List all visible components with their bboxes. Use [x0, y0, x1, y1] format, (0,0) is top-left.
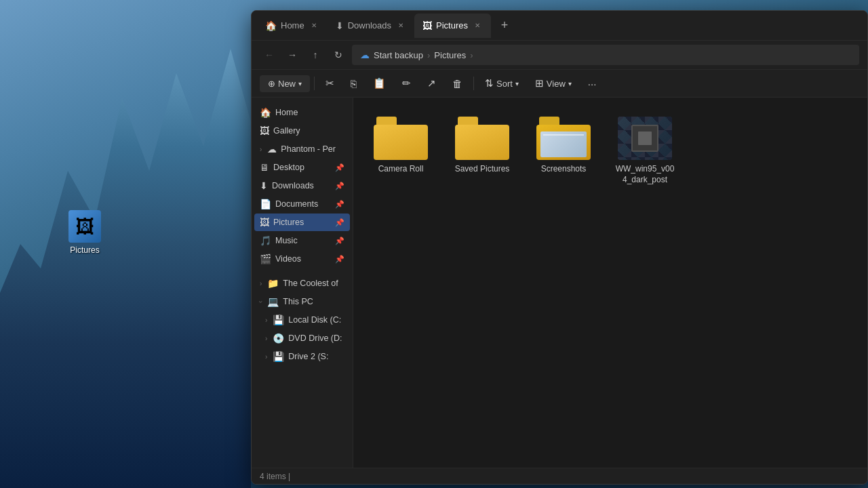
- dvddrive-sidebar-icon: 💿: [273, 333, 284, 344]
- pictures-desktop-icon[interactable]: Pictures: [58, 210, 112, 255]
- cut-icon: ✂: [326, 77, 334, 89]
- file-item-ww-win95[interactable]: WW_win95_v004_dark_post: [611, 111, 679, 190]
- sidebar-item-drive2[interactable]: › 💾 Drive 2 (S:: [254, 348, 350, 365]
- sort-label: Sort: [496, 79, 513, 89]
- sidebar-item-home[interactable]: 🏠 Home: [254, 104, 350, 121]
- refresh-icon: ↻: [334, 49, 342, 60]
- sidebar-gallery-label: Gallery: [273, 126, 300, 136]
- view-chevron-icon: ▾: [568, 80, 572, 87]
- coolest-sidebar-icon: 📁: [267, 278, 279, 289]
- music-sidebar-icon: 🎵: [260, 235, 271, 246]
- sidebar-item-desktop[interactable]: 🖥 Desktop 📌: [254, 159, 350, 176]
- copy-icon: ⎘: [351, 78, 357, 89]
- music-pin-icon: 📌: [335, 237, 344, 245]
- toolbar: ⊕ New ▾ ✂ ⎘ 📋 ✏ ↗ 🗑 ⇅ Sort ▾ ⊞: [252, 70, 867, 98]
- videos-pin-icon: 📌: [335, 255, 344, 264]
- file-item-camera-roll[interactable]: Camera Roll: [367, 111, 435, 190]
- sidebar-item-downloads[interactable]: ⬇ Downloads 📌: [254, 177, 350, 195]
- delete-button[interactable]: 🗑: [446, 75, 469, 93]
- add-tab-button[interactable]: +: [494, 15, 515, 37]
- screenshots-label: Screenshots: [541, 164, 587, 175]
- sidebar-item-pictures[interactable]: 🖼 Pictures 📌: [254, 214, 350, 231]
- desktop-sidebar-icon: 🖥: [260, 162, 269, 173]
- sidebar-item-music[interactable]: 🎵 Music 📌: [254, 232, 350, 249]
- sidebar-item-videos[interactable]: 🎬 Videos 📌: [254, 250, 350, 268]
- sidebar-item-localdisk[interactable]: › 💾 Local Disk (C:: [254, 311, 350, 329]
- copy-button[interactable]: ⎘: [344, 75, 363, 93]
- breadcrumb-sep1: ›: [427, 50, 430, 60]
- cut-button[interactable]: ✂: [319, 74, 341, 93]
- sidebar-item-thispc[interactable]: › 💻 This PC: [254, 293, 350, 310]
- home-tab-close[interactable]: ✕: [309, 20, 319, 31]
- sidebar-item-dvddrive[interactable]: › 💿 DVD Drive (D:: [254, 329, 350, 347]
- toolbar-sep-1: [314, 77, 315, 90]
- up-button[interactable]: ↑: [306, 45, 325, 64]
- saved-pictures-folder-body: [455, 125, 509, 160]
- phantom-chevron-icon: ›: [260, 146, 262, 153]
- downloads-pin-icon: 📌: [335, 182, 344, 190]
- paste-button[interactable]: 📋: [366, 74, 393, 93]
- pictures-pin-icon: 📌: [335, 218, 344, 227]
- saved-pictures-label: Saved Pictures: [455, 164, 510, 175]
- new-button[interactable]: ⊕ New ▾: [260, 75, 310, 92]
- downloads-tab-label: Downloads: [348, 20, 391, 30]
- downloads-tab-close[interactable]: ✕: [395, 20, 406, 31]
- sidebar-item-phantom[interactable]: › ☁ Phantom - Per: [254, 140, 350, 158]
- sidebar-item-coolest[interactable]: › 📁 The Coolest of: [254, 274, 350, 292]
- back-icon: ←: [264, 49, 274, 60]
- pictures-tab-icon: 🖼: [422, 20, 432, 31]
- more-icon: ···: [588, 78, 597, 89]
- sort-button[interactable]: ⇅ Sort ▾: [478, 74, 526, 93]
- more-button[interactable]: ···: [581, 75, 604, 93]
- share-button[interactable]: ↗: [420, 74, 443, 93]
- localdisk-sidebar-icon: 💾: [273, 314, 284, 325]
- tab-pictures[interactable]: 🖼 Pictures ✕: [414, 14, 491, 38]
- breadcrumb-root-icon: ☁: [360, 49, 370, 60]
- view-label: View: [547, 79, 566, 89]
- downloads-sidebar-icon: ⬇: [260, 180, 268, 191]
- drive2-chevron-icon: ›: [265, 353, 267, 361]
- rename-icon: ✏: [402, 77, 411, 89]
- downloads-tab-icon: ⬇: [336, 20, 344, 31]
- file-view: Camera Roll Saved Pictures: [353, 98, 867, 468]
- rename-button[interactable]: ✏: [395, 74, 418, 93]
- status-bar: 4 items |: [252, 468, 867, 484]
- nav-bar: ← → ↑ ↻ ☁ Start backup › Pictures ›: [252, 41, 867, 70]
- file-grid: Camera Roll Saved Pictures: [367, 111, 854, 190]
- new-icon: ⊕: [268, 79, 275, 89]
- back-button[interactable]: ←: [260, 45, 279, 64]
- sidebar-item-documents[interactable]: 📄 Documents 📌: [254, 195, 350, 213]
- home-tab-icon: 🏠: [265, 20, 277, 31]
- tab-downloads[interactable]: ⬇ Downloads ✕: [328, 14, 414, 38]
- sidebar-downloads-label: Downloads: [272, 181, 314, 190]
- forward-button[interactable]: →: [283, 45, 302, 64]
- status-text: 4 items |: [260, 472, 290, 481]
- desktop-pin-icon: 📌: [335, 163, 344, 172]
- chip-graphic: [631, 125, 658, 152]
- pictures-tab-close[interactable]: ✕: [472, 20, 483, 31]
- view-button[interactable]: ⊞ View ▾: [528, 74, 578, 93]
- sidebar-drive2-label: Drive 2 (S:: [288, 352, 328, 361]
- up-icon: ↑: [313, 49, 318, 60]
- documents-sidebar-icon: 📄: [260, 199, 271, 209]
- sidebar-item-gallery[interactable]: 🖼 Gallery: [254, 122, 350, 140]
- sidebar-coolest-label: The Coolest of: [283, 279, 338, 288]
- tab-home[interactable]: 🏠 Home ✕: [257, 14, 328, 38]
- sidebar-videos-label: Videos: [275, 254, 301, 264]
- explorer-window: 🏠 Home ✕ ⬇ Downloads ✕ 🖼 Pictures ✕ + ← …: [251, 10, 868, 485]
- pictures-sidebar-icon: 🖼: [260, 217, 269, 228]
- new-chevron-icon: ▾: [298, 80, 302, 87]
- file-item-saved-pictures[interactable]: Saved Pictures: [448, 111, 516, 190]
- pictures-tab-label: Pictures: [436, 20, 468, 30]
- camera-roll-folder-icon: [374, 117, 428, 160]
- thispc-chevron-icon: ›: [257, 300, 264, 302]
- gallery-sidebar-icon: 🖼: [260, 125, 269, 136]
- file-item-screenshots[interactable]: Screenshots: [530, 111, 597, 190]
- breadcrumb[interactable]: ☁ Start backup › Pictures ›: [352, 45, 859, 65]
- refresh-button[interactable]: ↻: [329, 45, 348, 64]
- toolbar-sep-2: [473, 77, 474, 90]
- sidebar-thispc-label: This PC: [283, 297, 313, 306]
- drive2-sidebar-icon: 💾: [273, 351, 284, 362]
- view-icon: ⊞: [535, 77, 544, 89]
- mountain-background: [0, 0, 251, 488]
